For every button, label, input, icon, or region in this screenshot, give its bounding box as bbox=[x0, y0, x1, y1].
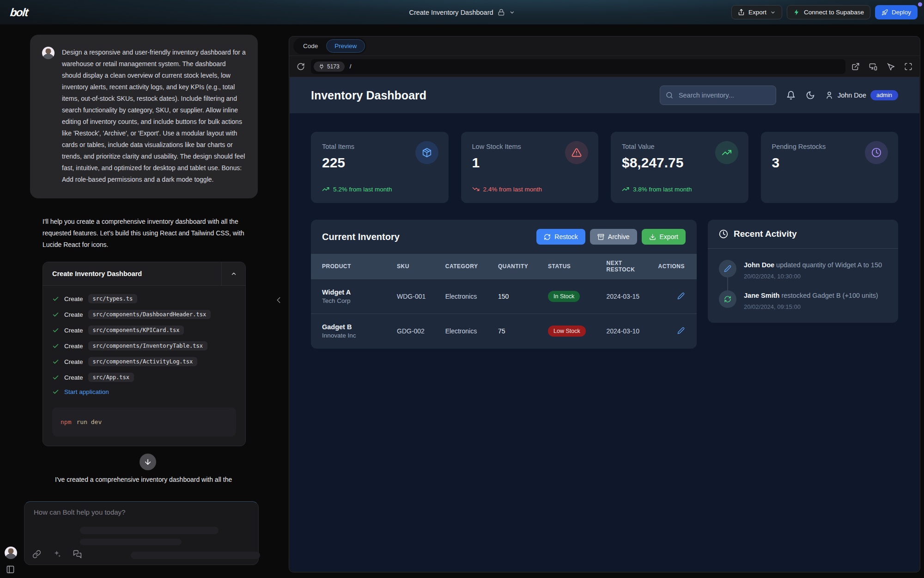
dark-mode-toggle-icon[interactable] bbox=[806, 91, 815, 100]
check-icon bbox=[52, 311, 59, 318]
step-file-chip[interactable]: src/App.tsx bbox=[88, 373, 134, 382]
kpi-trend-text: 3.8% from last month bbox=[633, 186, 692, 193]
sidebar-toggle-button[interactable] bbox=[6, 565, 15, 574]
tab-preview[interactable]: Preview bbox=[326, 39, 365, 53]
supabase-button-label: Connect to Supabase bbox=[804, 9, 864, 16]
role-badge: admin bbox=[870, 90, 898, 100]
edit-quantity-button[interactable] bbox=[677, 327, 685, 334]
pencil-icon bbox=[677, 327, 685, 334]
edit-quantity-button[interactable] bbox=[677, 292, 685, 300]
rocket-icon bbox=[881, 9, 888, 16]
step-file-chip[interactable]: src/components/DashboardHeader.tsx bbox=[88, 310, 211, 319]
chat-input[interactable] bbox=[33, 508, 218, 517]
preview-url-bar-row: 5173 / bbox=[289, 56, 920, 77]
tab-code[interactable]: Code bbox=[295, 39, 326, 53]
dashboard-content: Current Inventory Restock Archive bbox=[311, 220, 898, 349]
bolt-logo: bolt bbox=[6, 6, 29, 19]
activity-list: John Doe updated quantity of Widget A to… bbox=[708, 249, 898, 323]
refresh-icon bbox=[544, 234, 551, 240]
redacted-text bbox=[80, 539, 182, 545]
preview-url-bar[interactable]: 5173 / bbox=[311, 59, 845, 74]
artifact-step: Create src/components/InventoryTable.tsx bbox=[52, 341, 236, 350]
column-header-category: Category bbox=[438, 254, 491, 279]
connect-supabase-button[interactable]: Connect to Supabase bbox=[787, 5, 870, 19]
inspector-off-icon[interactable] bbox=[887, 62, 895, 71]
step-file-chip[interactable]: src/components/KPICard.tsx bbox=[88, 326, 184, 335]
chat-user-message: Design a responsive and user-friendly in… bbox=[30, 35, 258, 198]
recent-activity-header: Recent Activity bbox=[708, 220, 898, 249]
port-number: 5173 bbox=[327, 63, 340, 70]
chat-input-panel bbox=[24, 501, 259, 565]
top-bar: bolt Create Inventory Dashboard Export C… bbox=[0, 0, 924, 25]
project-title-menu[interactable]: Create Inventory Dashboard bbox=[409, 9, 515, 16]
dashboard-title: Inventory Dashboard bbox=[311, 89, 426, 102]
artifact-collapse-button[interactable] bbox=[221, 262, 245, 285]
inventory-table: Product SKU Category Quantity Status Nex… bbox=[311, 254, 697, 349]
discuss-mode-icon[interactable] bbox=[73, 550, 82, 559]
recent-activity-title: Recent Activity bbox=[734, 229, 797, 239]
artifact-step: Create src/components/DashboardHeader.ts… bbox=[52, 310, 236, 319]
next-restock-date: 2024-03-10 bbox=[599, 314, 651, 349]
user-menu[interactable]: John Doe admin bbox=[825, 90, 898, 100]
step-file-chip[interactable]: src/types.ts bbox=[88, 294, 138, 303]
column-header-quantity: Quantity bbox=[491, 254, 541, 279]
open-external-icon[interactable] bbox=[851, 62, 860, 71]
column-header-next-restock: Next Restock bbox=[599, 254, 651, 279]
chat-collapse-button[interactable] bbox=[274, 295, 284, 305]
step-action: Create bbox=[64, 327, 83, 334]
user-message-text: Design a responsive and user-friendly in… bbox=[62, 47, 246, 185]
artifact-step: Create src/components/KPICard.tsx bbox=[52, 326, 236, 335]
download-icon bbox=[649, 234, 656, 240]
kpi-icon-circle bbox=[415, 141, 438, 164]
artifact-step: Create src/types.ts bbox=[52, 294, 236, 303]
next-restock-date: 2024-03-15 bbox=[599, 279, 651, 314]
restock-button-label: Restock bbox=[554, 233, 578, 240]
refresh-icon bbox=[724, 295, 731, 303]
reload-icon[interactable] bbox=[297, 62, 305, 71]
attach-link-icon[interactable] bbox=[32, 550, 41, 559]
assistant-followup-text: I've created a comprehensive inventory d… bbox=[55, 476, 253, 483]
chat-panel: Design a responsive and user-friendly in… bbox=[0, 25, 287, 578]
search-input[interactable] bbox=[678, 91, 770, 99]
clock-icon bbox=[871, 148, 881, 158]
export-button[interactable]: Export bbox=[731, 5, 782, 19]
fullscreen-icon[interactable] bbox=[904, 62, 912, 71]
archive-button-label: Archive bbox=[608, 233, 630, 240]
inventory-card: Current Inventory Restock Archive bbox=[311, 220, 697, 349]
assistant-intro-text: I'll help you create a comprehensive inv… bbox=[43, 216, 253, 251]
activity-icon-circle bbox=[719, 260, 736, 277]
project-title: Create Inventory Dashboard bbox=[409, 9, 493, 16]
kpi-trend: 3.8% from last month bbox=[622, 185, 692, 193]
code-preview-toggle: Code Preview bbox=[293, 38, 366, 54]
activity-item: John Doe updated quantity of Widget A to… bbox=[719, 251, 887, 281]
product-supplier: Tech Corp bbox=[322, 297, 382, 304]
profile-avatar[interactable] bbox=[5, 547, 17, 559]
deploy-button-label: Deploy bbox=[892, 9, 911, 16]
step-action: Create bbox=[64, 295, 83, 302]
column-header-status: Status bbox=[541, 254, 599, 279]
step-action: Create bbox=[64, 358, 83, 365]
kpi-trend-text: 2.4% from last month bbox=[483, 186, 542, 193]
step-file-chip[interactable]: src/components/InventoryTable.tsx bbox=[88, 341, 207, 350]
deploy-button[interactable]: Deploy bbox=[875, 5, 918, 19]
responsive-view-icon[interactable] bbox=[869, 62, 877, 71]
scroll-to-bottom-button[interactable] bbox=[140, 454, 156, 470]
chevron-down-icon bbox=[770, 10, 776, 15]
archive-button[interactable]: Archive bbox=[590, 229, 637, 245]
restock-button[interactable]: Restock bbox=[536, 229, 585, 245]
dashboard-header-actions: John Doe admin bbox=[660, 86, 898, 105]
notifications-bell-icon[interactable] bbox=[786, 91, 796, 100]
product-name: Widget A bbox=[322, 289, 382, 296]
table-row: Widget A Tech Corp WDG-001 Electronics 1… bbox=[311, 279, 697, 314]
export-csv-button[interactable]: Export bbox=[642, 229, 686, 245]
product-category: Electronics bbox=[438, 279, 491, 314]
enhance-prompt-icon[interactable] bbox=[53, 550, 61, 559]
kpi-trend: 2.4% from last month bbox=[472, 185, 542, 193]
step-file-chip[interactable]: src/components/ActivityLog.tsx bbox=[88, 357, 198, 366]
kpi-card-total-items: Total Items 225 5.2% from last month bbox=[311, 132, 449, 203]
inventory-search[interactable] bbox=[660, 86, 776, 105]
activity-item: Jane Smith restocked Gadget B (+100 unit… bbox=[719, 281, 887, 312]
product-category: Electronics bbox=[438, 314, 491, 349]
clock-icon bbox=[719, 229, 728, 239]
start-application-link[interactable]: Start application bbox=[64, 388, 109, 395]
